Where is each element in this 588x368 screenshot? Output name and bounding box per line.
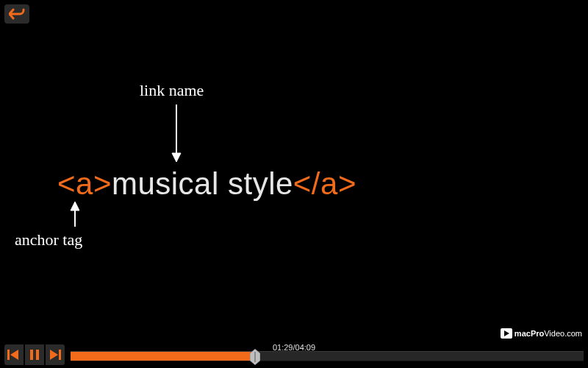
knob-icon [250, 349, 260, 365]
play-pause-button[interactable] [25, 344, 44, 365]
skip-back-icon [7, 349, 21, 361]
close-tag: </a> [293, 166, 356, 201]
arrow-diag-icon [57, 202, 79, 231]
link-text: musical style [112, 166, 293, 201]
progress-track[interactable] [71, 351, 584, 361]
skip-forward-icon [49, 349, 62, 361]
pause-icon [29, 349, 40, 361]
svg-marker-6 [10, 350, 18, 360]
next-button[interactable] [46, 344, 65, 365]
brand-bold: macPro [514, 329, 544, 338]
prev-button[interactable] [4, 344, 24, 365]
svg-rect-8 [36, 350, 39, 360]
progress-knob[interactable] [250, 349, 260, 365]
brand-logo: macProVideo.com [501, 328, 582, 339]
svg-marker-9 [50, 350, 58, 360]
code-example: <a>musical style</a> [57, 166, 356, 202]
annotation-anchor-tag: anchor tag [15, 230, 82, 250]
slide-content: link name <a>musical style</a> anchor ta… [0, 0, 588, 368]
player-bar: 01:29/04:09 [0, 340, 588, 368]
svg-marker-1 [172, 153, 181, 162]
arrow-down-icon [169, 105, 184, 163]
svg-marker-3 [71, 202, 79, 210]
open-tag: <a> [57, 166, 112, 201]
progress-elapsed [71, 352, 255, 361]
brand-thin: Video.com [544, 329, 582, 338]
svg-rect-5 [7, 350, 10, 360]
annotation-link-name: link name [140, 81, 204, 100]
svg-rect-7 [30, 350, 33, 360]
transport-controls [4, 344, 65, 365]
svg-rect-10 [59, 350, 61, 360]
svg-marker-4 [504, 330, 509, 336]
brand-badge-icon [501, 328, 512, 339]
